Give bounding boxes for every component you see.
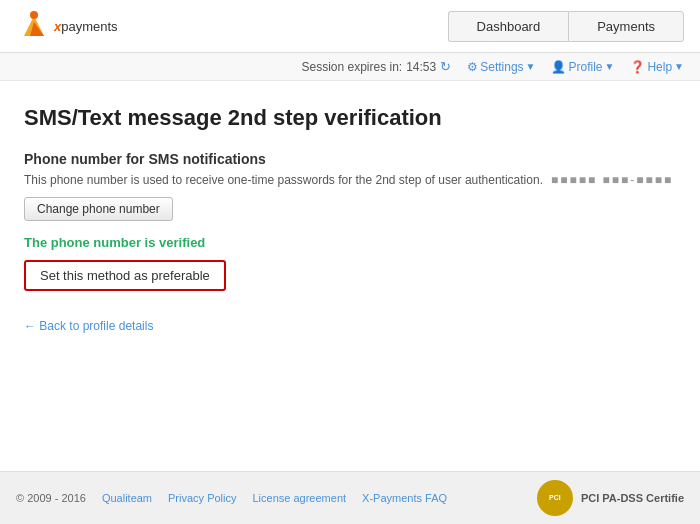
profile-chevron-icon: ▼: [605, 61, 615, 72]
logo-text: xpayments: [54, 19, 118, 34]
footer-right: PCI PCI PA-DSS Certifie: [537, 480, 684, 516]
session-timer: 14:53: [406, 60, 436, 74]
footer-links: © 2009 - 2016 Qualiteam Privacy Policy L…: [16, 492, 447, 504]
page-title: SMS/Text message 2nd step verification: [24, 105, 676, 131]
pci-text: PCI PA-DSS Certifie: [581, 492, 684, 504]
logo: xpayments: [16, 8, 118, 44]
top-bar: Session expires in: 14:53 ↻ ⚙ Settings ▼…: [0, 53, 700, 81]
wrench-icon: ⚙: [467, 60, 478, 74]
session-label: Session expires in:: [301, 60, 402, 74]
verified-text: The phone number is verified: [24, 235, 676, 250]
profile-link[interactable]: 👤 Profile ▼: [551, 60, 614, 74]
logo-icon: [16, 8, 52, 44]
help-icon: ❓: [630, 60, 645, 74]
header: xpayments Dashboard Payments: [0, 0, 700, 53]
pci-badge: PCI: [537, 480, 573, 516]
settings-link[interactable]: ⚙ Settings ▼: [467, 60, 535, 74]
phone-masked: ■■■■■ ■■■-■■■■: [551, 173, 673, 187]
person-icon: 👤: [551, 60, 566, 74]
svg-point-2: [30, 11, 38, 19]
help-link[interactable]: ❓ Help ▼: [630, 60, 684, 74]
copyright: © 2009 - 2016: [16, 492, 86, 504]
session-info: Session expires in: 14:53 ↻: [301, 59, 451, 74]
help-chevron-icon: ▼: [674, 61, 684, 72]
refresh-icon[interactable]: ↻: [440, 59, 451, 74]
set-preferable-button[interactable]: Set this method as preferable: [24, 260, 226, 291]
change-phone-button[interactable]: Change phone number: [24, 197, 173, 221]
tab-dashboard[interactable]: Dashboard: [448, 11, 569, 42]
company-link[interactable]: Qualiteam: [102, 492, 152, 504]
main-content: SMS/Text message 2nd step verification P…: [0, 81, 700, 349]
settings-chevron-icon: ▼: [526, 61, 536, 72]
privacy-policy-link[interactable]: Privacy Policy: [168, 492, 236, 504]
footer: © 2009 - 2016 Qualiteam Privacy Policy L…: [0, 471, 700, 524]
license-link[interactable]: License agreement: [253, 492, 347, 504]
phone-section-title: Phone number for SMS notifications: [24, 151, 676, 167]
back-link[interactable]: ← Back to profile details: [24, 319, 153, 333]
tab-payments[interactable]: Payments: [568, 11, 684, 42]
phone-description: This phone number is used to receive one…: [24, 173, 676, 187]
nav-tabs: Dashboard Payments: [448, 11, 684, 42]
faq-link[interactable]: X-Payments FAQ: [362, 492, 447, 504]
